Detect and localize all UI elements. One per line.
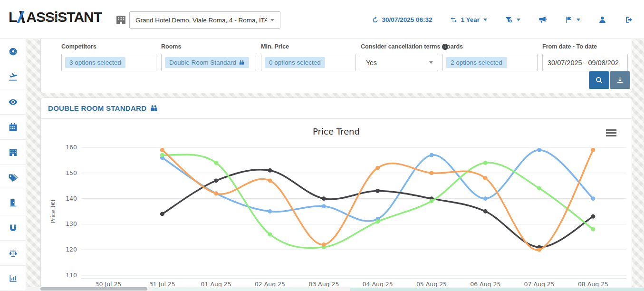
- chart-point-series-green: [160, 153, 164, 157]
- room-title: DOUBLE ROOM STANDARD: [48, 104, 146, 112]
- flag-icon: [565, 16, 573, 24]
- chart-point-series-blue: [483, 196, 488, 201]
- chevron-down-icon: [577, 19, 580, 21]
- sidebar-item-visibility[interactable]: [0, 89, 26, 115]
- chart-point-series-black: [268, 168, 272, 173]
- chart-point-series-blue: [268, 209, 272, 213]
- date-range-input[interactable]: 30/07/2025 - 09/08/202: [542, 54, 628, 71]
- boards-select[interactable]: 2 options selected: [442, 54, 538, 71]
- magnet-icon: [8, 223, 18, 233]
- chart-title: Price Trend: [41, 126, 632, 136]
- megaphone-icon[interactable]: [538, 15, 547, 24]
- sidebar-item-stats[interactable]: [0, 266, 26, 291]
- chart-menu-button[interactable]: [606, 129, 616, 138]
- chart-point-series-green: [591, 227, 596, 232]
- svg-text:160: 160: [66, 144, 77, 151]
- svg-text:110: 110: [66, 272, 77, 279]
- download-icon: [615, 76, 625, 85]
- bottom-strip-teal: [350, 288, 644, 291]
- chart-panel-header: DOUBLE ROOM STANDARD: [41, 98, 632, 119]
- sidebar-item-magnet[interactable]: [0, 215, 26, 241]
- sidebar-item-rooms[interactable]: [0, 190, 26, 215]
- flag-menu[interactable]: [565, 16, 580, 24]
- filter-menu[interactable]: [505, 16, 520, 24]
- tags-icon: [8, 173, 18, 183]
- calendar-icon: [8, 122, 18, 132]
- chart-point-series-black: [160, 212, 164, 216]
- chart-point-series-orange: [214, 191, 218, 195]
- date-range-label: From date - To date: [542, 43, 628, 50]
- cancellation-label: Consider cancellation terms i: [361, 43, 448, 50]
- rooms-select[interactable]: Double Room Standard: [161, 54, 256, 71]
- chart-point-series-blue: [430, 153, 434, 157]
- chart-point-series-black: [322, 196, 326, 201]
- chart-point-series-green: [430, 199, 434, 204]
- competitors-label: Competitors: [61, 43, 156, 50]
- svg-text:130: 130: [66, 220, 77, 227]
- period-value: 1 Year: [461, 16, 480, 23]
- chart-point-series-black: [214, 179, 218, 183]
- search-button[interactable]: [589, 71, 609, 89]
- chart-point-series-green: [483, 161, 488, 165]
- logout-icon[interactable]: [625, 15, 634, 24]
- logo-mark-icon: [17, 10, 26, 23]
- chart-point-series-orange: [268, 179, 272, 183]
- chart-line-series-orange: [162, 150, 593, 250]
- price-trend-plot: 11012013014015016030 Jul 2531 Jul 2501 A…: [41, 141, 632, 291]
- last-update-text: 30/07/2025 06:32: [382, 16, 433, 23]
- swap-icon: [450, 16, 458, 24]
- svg-text:Price (€): Price (€): [50, 199, 57, 223]
- chart-point-series-black: [483, 209, 488, 213]
- last-update[interactable]: 30/07/2025 06:32: [371, 16, 433, 24]
- min-price-chip: 0 options selected: [265, 57, 325, 68]
- app-version: v. 1.26.12: [42, 16, 65, 21]
- page: L ASSiSTANT v. 1.26.12 Grand Hotel Demo,…: [0, 0, 644, 291]
- sidebar-item-rates[interactable]: [0, 165, 26, 190]
- sidebar-item-hotel[interactable]: [0, 140, 26, 165]
- two-people-icon: [150, 104, 158, 112]
- sidebar-item-arrivals[interactable]: [0, 64, 26, 89]
- hotel-selector[interactable]: Grand Hotel Demo, Viale Roma, 4 - Roma, …: [129, 11, 280, 29]
- sidebar-item-dashboard[interactable]: [0, 39, 26, 64]
- sidebar-item-compare[interactable]: [0, 241, 26, 266]
- competitors-chip: 3 options selected: [65, 57, 125, 68]
- chart-point-series-orange: [483, 176, 488, 180]
- sidebar-item-calendar[interactable]: [0, 115, 26, 140]
- cancellation-select[interactable]: Yes: [361, 54, 438, 71]
- scrollbar-thumb[interactable]: [40, 287, 147, 291]
- period-selector[interactable]: 1 Year: [450, 16, 487, 24]
- svg-text:140: 140: [66, 195, 77, 202]
- chart-point-series-green: [214, 161, 218, 165]
- download-button[interactable]: [610, 71, 630, 89]
- filters-panel: Competitors 3 options selected Rooms Dou…: [40, 39, 632, 93]
- chevron-down-icon: [270, 19, 274, 21]
- scale-icon: [8, 248, 18, 258]
- plane-landing-icon: [8, 72, 18, 82]
- chart-point-series-orange: [322, 242, 326, 247]
- chart-point-series-black: [591, 214, 596, 219]
- chart-point-series-blue: [537, 148, 541, 152]
- boards-chip: 2 options selected: [446, 57, 507, 68]
- bottom-strip-light: [152, 288, 328, 291]
- funnel-clock-icon: [505, 16, 513, 24]
- sidebar-nav: [0, 39, 26, 291]
- chart-panel: DOUBLE ROOM STANDARD Price Trend 1101201…: [40, 97, 632, 291]
- gauge-icon: [8, 47, 18, 57]
- svg-text:120: 120: [66, 246, 77, 253]
- stats-icon: [8, 273, 18, 283]
- min-price-select[interactable]: 0 options selected: [261, 54, 356, 71]
- chart-point-series-orange: [591, 148, 596, 152]
- competitors-select[interactable]: 3 options selected: [61, 54, 156, 71]
- hotel-icon: [8, 147, 18, 157]
- rooms-label: Rooms: [161, 43, 256, 50]
- refresh-icon: [371, 16, 379, 24]
- user-icon[interactable]: [598, 15, 607, 24]
- chart-point-series-orange: [160, 148, 164, 152]
- chart-point-series-orange: [430, 171, 434, 175]
- logo-prefix: L: [9, 10, 17, 24]
- horizontal-scrollbar[interactable]: [26, 287, 644, 291]
- chart-point-series-orange: [537, 248, 541, 252]
- chart-point-series-blue: [591, 196, 596, 201]
- chart-point-series-green: [268, 233, 272, 237]
- search-icon: [595, 76, 604, 85]
